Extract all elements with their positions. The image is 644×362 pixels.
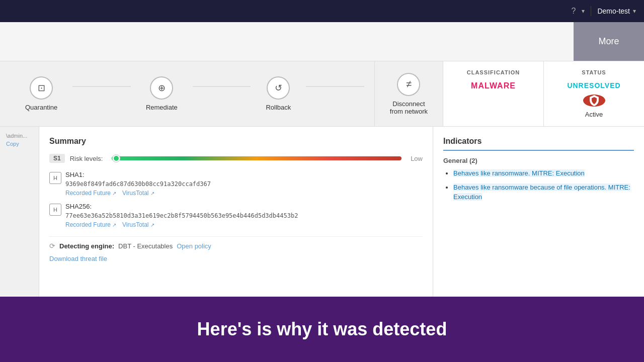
status-header: STATUS — [582, 69, 606, 75]
download-section: Download threat file — [49, 254, 423, 263]
sha256-links: Recorded Future VirusTotal — [65, 221, 423, 228]
sha256-virustotal-link[interactable]: VirusTotal — [122, 221, 154, 228]
s1-badge: S1 — [49, 154, 65, 163]
status-panel: STATUS UNRESOLVED Active — [543, 61, 644, 126]
indicator-item-2: Behaves like ransomware because of file … — [453, 183, 634, 202]
remediate-label: Remediate — [146, 104, 178, 111]
detecting-engine-row: ⟳ Detecting engine: DBT - Executables Op… — [49, 236, 423, 250]
account-menu[interactable]: Demo-test ▾ — [597, 7, 636, 15]
sha256-icon: H — [49, 204, 61, 216]
more-button[interactable]: More — [574, 22, 644, 61]
action-bar: More — [0, 22, 644, 61]
sha256-value: 77ee63e36a52b5810d3a31e619ec2b8f5794450b… — [65, 212, 423, 219]
remediate-icon: ⊕ — [150, 76, 173, 100]
disconnect-icon: ≠ — [397, 73, 420, 96]
sha1-icon: H — [49, 172, 61, 184]
nav-divider — [591, 6, 591, 16]
path-text: \admin... — [6, 133, 27, 139]
general-count: General (2) — [443, 157, 634, 164]
risk-bar — [112, 156, 401, 160]
nav-chevron[interactable]: ▾ — [582, 8, 585, 15]
indicator-1-text: Behaves like ransomware. MITRE: Executio… — [453, 169, 585, 177]
copy-button[interactable]: Copy — [6, 141, 33, 147]
risk-label: Risk levels: — [70, 155, 103, 162]
active-icon — [583, 95, 605, 107]
sha1-row: H SHA1: 9369e8f849fad6c87d630b08cc91a320… — [49, 171, 423, 197]
quarantine-button[interactable]: ⊡ Quarantine — [10, 76, 72, 111]
rollback-label: Rollback — [266, 104, 291, 111]
sha256-recorded-future-link[interactable]: Recorded Future — [65, 221, 116, 228]
risk-dot — [113, 155, 120, 162]
rollback-icon: ↺ — [267, 76, 290, 100]
help-icon[interactable]: ? — [572, 7, 576, 16]
main-content: ⊡ Quarantine ⊕ Remediate ↺ Rollback — [0, 61, 644, 362]
sha1-recorded-future-link[interactable]: Recorded Future — [65, 190, 116, 197]
banner-text: Here's is why it was detected — [197, 319, 447, 340]
sha1-links: Recorded Future VirusTotal — [65, 190, 423, 197]
remediate-button[interactable]: ⊕ Remediate — [131, 76, 193, 111]
actions-row: ⊡ Quarantine ⊕ Remediate ↺ Rollback — [0, 61, 644, 127]
sha1-virustotal-link[interactable]: VirusTotal — [122, 190, 154, 197]
open-policy-link[interactable]: Open policy — [177, 242, 211, 250]
classification-value: MALWARE — [471, 81, 516, 90]
account-name: Demo-test — [597, 7, 630, 15]
indicator-item-1: Behaves like ransomware. MITRE: Executio… — [453, 168, 634, 178]
risk-row: S1 Risk levels: Low — [49, 154, 423, 163]
account-chevron: ▾ — [633, 8, 636, 15]
sha1-content: SHA1: 9369e8f849fad6c87d630b08cc91a320cc… — [65, 171, 423, 197]
main-panel: ⊡ Quarantine ⊕ Remediate ↺ Rollback — [0, 61, 644, 362]
summary-title: Summary — [49, 137, 423, 146]
unresolved-label: UNRESOLVED — [567, 81, 620, 89]
sha256-content: SHA256: 77ee63e36a52b5810d3a31e619ec2b8f… — [65, 203, 423, 228]
detection-banner: Here's is why it was detected — [0, 297, 644, 362]
detecting-engine-label: Detecting engine: — [59, 242, 114, 250]
disconnect-button[interactable]: ≠ Disconnectfrom network — [374, 61, 443, 126]
detect-icon: ⟳ — [49, 242, 55, 250]
action-line-1 — [72, 86, 131, 87]
classification-panel: CLASSIFICATION MALWARE — [443, 61, 543, 126]
indicator-2-text: Behaves like ransomware because of file … — [453, 184, 630, 201]
action-buttons: ⊡ Quarantine ⊕ Remediate ↺ Rollback — [0, 61, 374, 126]
sha256-row: H SHA256: 77ee63e36a52b5810d3a31e619ec2b… — [49, 203, 423, 228]
quarantine-label: Quarantine — [25, 104, 57, 111]
action-bar-left — [0, 22, 574, 61]
rollback-button[interactable]: ↺ Rollback — [251, 76, 306, 111]
download-threat-link[interactable]: Download threat file — [49, 255, 107, 262]
active-label: Active — [585, 111, 603, 118]
risk-level-label: Low — [411, 155, 423, 162]
sha256-title: SHA256: — [65, 203, 423, 210]
indicators-title: Indicators — [443, 137, 634, 151]
action-line-2 — [193, 86, 251, 87]
classification-header: CLASSIFICATION — [467, 69, 520, 75]
sha1-title: SHA1: — [65, 171, 423, 178]
disconnect-label: Disconnectfrom network — [390, 100, 428, 115]
bottom-section: \admin... Copy Summary S1 Risk levels: L… — [0, 127, 644, 362]
quarantine-icon: ⊡ — [30, 76, 53, 100]
sha1-value: 9369e8f849fad6c87d630b08cc91a320ccafd367 — [65, 180, 423, 188]
indicator-list: Behaves like ransomware. MITRE: Executio… — [443, 168, 634, 202]
top-nav: ? ▾ Demo-test ▾ — [0, 0, 644, 22]
action-line-3 — [306, 86, 364, 87]
detecting-engine-value: DBT - Executables — [118, 242, 173, 250]
